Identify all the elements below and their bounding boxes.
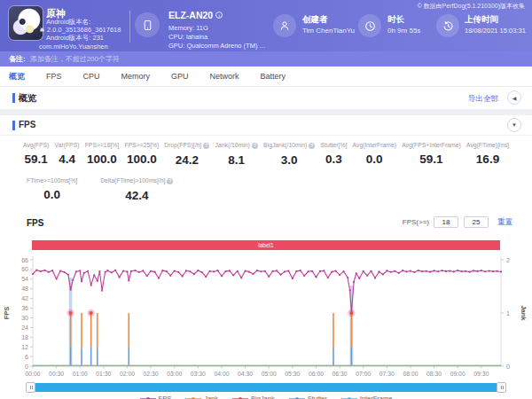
help-icon[interactable]: ? [309, 143, 315, 149]
svg-text:09:00: 09:00 [450, 371, 466, 377]
stat-value: 16.9 [466, 153, 509, 166]
help-icon[interactable]: ? [203, 143, 209, 149]
svg-text:02:00: 02:00 [120, 371, 135, 377]
upload-icon-wrap [436, 14, 459, 37]
device-info-icon[interactable]: i [215, 12, 223, 19]
svg-text:03:30: 03:30 [191, 371, 206, 377]
person-icon [279, 20, 290, 31]
stat-cell: BigJank(/10min)?3.0 [263, 142, 315, 167]
help-icon[interactable]: ? [252, 143, 258, 149]
svg-text:0: 0 [506, 364, 510, 370]
chart-legend: FPSJankBigJankStutterInterFrame [0, 395, 532, 399]
tab-battery[interactable]: Battery [261, 66, 286, 86]
reset-link[interactable]: 重置 [497, 217, 512, 228]
tab-概览[interactable]: 概览 [9, 66, 25, 86]
stat-value: 0.0 [353, 153, 396, 166]
fps-threshold-low-input[interactable] [434, 216, 458, 228]
legend-marker [289, 395, 305, 399]
app-icon [9, 6, 43, 40]
stat-value: 8.1 [215, 153, 258, 167]
fps-threshold-control: FPS(>=) 重置 [403, 216, 512, 228]
stat-value: 100.0 [125, 153, 160, 166]
history-clock-icon [442, 20, 454, 32]
note-label: 备注: [9, 54, 26, 64]
chart-annotation-bar[interactable]: label1 [32, 240, 500, 250]
svg-text:60: 60 [21, 266, 28, 272]
svg-text:04:30: 04:30 [238, 371, 253, 377]
svg-text:2: 2 [506, 257, 510, 263]
range-handle-right[interactable] [497, 382, 506, 393]
tab-cpu[interactable]: CPU [83, 66, 100, 86]
app-version-code: Android版本号: 231 [46, 34, 104, 43]
legend-item-stutter[interactable]: Stutter [289, 395, 327, 399]
legend-item-jank[interactable]: Jank [185, 395, 218, 399]
stat-cell: Drop(FPS)[/h]?24.2 [164, 142, 209, 167]
legend-item-bigjank[interactable]: BigJank [232, 395, 275, 399]
range-handle-left[interactable] [26, 382, 35, 393]
legend-label: Jank [204, 395, 218, 399]
fps-chart-title: FPS [27, 218, 43, 228]
legend-item-fps[interactable]: FPS [140, 395, 172, 399]
device-gpu: GPU: Qualcomm Adreno (TM) ... [168, 42, 265, 50]
chart-range-scrollbar[interactable] [27, 383, 505, 392]
help-icon[interactable]: ? [167, 178, 173, 184]
export-all-link[interactable]: 导出全部 [468, 94, 498, 105]
legend-label: BigJank [251, 395, 275, 399]
fps-chart[interactable]: 0612182430364248546066012FPSJank00:0000:… [0, 252, 532, 383]
svg-text:06:30: 06:30 [332, 371, 348, 377]
stat-value: 0.0 [27, 188, 77, 201]
svg-text:42: 42 [21, 295, 28, 301]
creator-label: 创建者 [302, 14, 328, 26]
creator-value: Tim ChenTianYu [302, 27, 355, 35]
duration-icon-wrap [358, 14, 381, 37]
android-icon [39, 27, 45, 33]
tab-network[interactable]: Network [210, 66, 239, 86]
fps-section-title: FPS [12, 120, 35, 129]
tab-fps[interactable]: FPS [46, 66, 62, 86]
legend-marker [341, 395, 357, 399]
svg-text:07:00: 07:00 [356, 371, 371, 377]
stat-cell: Avg(InterFrame)0.0 [353, 142, 396, 167]
svg-text:00:00: 00:00 [25, 371, 40, 377]
app-package: com.miHoYo.Yuanshen [39, 43, 108, 51]
svg-text:0: 0 [25, 364, 28, 370]
legend-marker [232, 395, 248, 399]
device-memory: Memory: 11G [168, 24, 208, 32]
overview-collapse-button[interactable]: ◀ [507, 90, 521, 105]
upload-time-value: 18/08/2021 15:03:31 [465, 27, 526, 35]
svg-text:48: 48 [21, 286, 28, 292]
legend-label: InterFrame [360, 395, 393, 399]
note-bar[interactable]: 备注: 添加备注，不超过200个字符 [0, 51, 532, 66]
tab-memory[interactable]: Memory [121, 66, 151, 86]
device-cpu: CPU: lahaina [168, 33, 207, 41]
stat-label: Var(FPS) [55, 142, 80, 148]
stat-value: 4.4 [55, 153, 80, 166]
svg-text:30: 30 [21, 315, 28, 321]
svg-text:01:00: 01:00 [73, 371, 88, 377]
stat-label: Avg(FPS) [23, 142, 49, 148]
perfdog-report-page: © 数据由PerfDog(5.1.210300)版本收集 原神 Android版… [0, 0, 532, 399]
stat-label: Delta(FTime)>100ms[/h]? [100, 177, 173, 184]
stat-cell: Avg(FPS)59.1 [23, 142, 49, 167]
svg-text:00:30: 00:30 [49, 371, 64, 377]
stat-label: FTime>=100ms[%] [27, 177, 77, 184]
legend-item-interframe[interactable]: InterFrame [341, 395, 393, 399]
note-placeholder: 添加备注，不超过200个字符 [30, 54, 120, 64]
svg-text:FPS: FPS [3, 307, 11, 320]
stat-label: BigJank(/10min)? [263, 142, 315, 149]
svg-text:05:30: 05:30 [285, 371, 300, 377]
stat-label: Avg(FTime)[ms] [466, 142, 509, 148]
fps-threshold-high-input[interactable] [464, 216, 489, 228]
svg-text:01:30: 01:30 [96, 371, 111, 377]
svg-text:18: 18 [21, 334, 28, 340]
stat-label: FPS>=25[%] [125, 142, 160, 148]
stat-label: Stutter[%] [320, 142, 347, 148]
svg-text:66: 66 [21, 257, 28, 263]
tab-gpu[interactable]: GPU [171, 66, 189, 86]
stat-label: Avg(FPS+InterFrame) [402, 142, 461, 148]
overview-section: 概览 导出全部 ◀ [0, 87, 532, 109]
fps-collapse-button[interactable]: ▼ [507, 118, 521, 132]
stat-value: 42.4 [100, 189, 173, 202]
svg-text:05:00: 05:00 [262, 371, 277, 377]
overview-title: 概览 [12, 92, 36, 105]
